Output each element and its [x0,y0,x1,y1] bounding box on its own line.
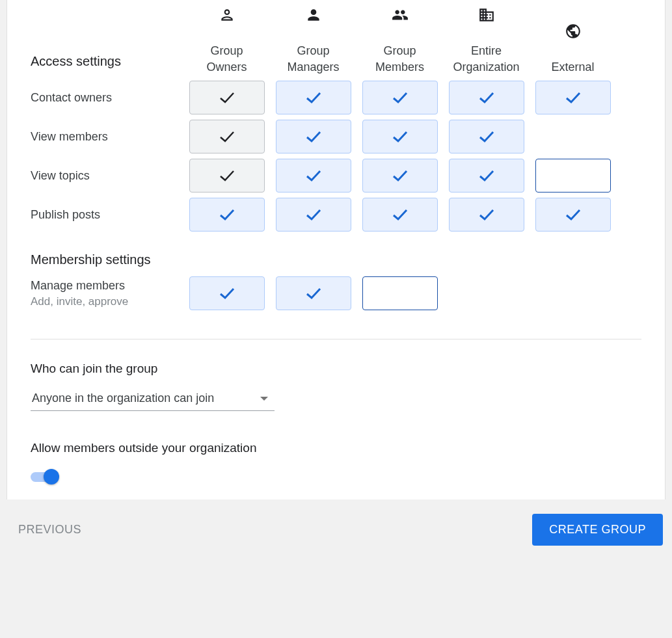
matrix-cell-col [270,81,356,114]
matrix-cell[interactable] [449,198,524,232]
row-label: Manage members [31,279,183,293]
column-external: External [530,23,616,75]
who-can-join-title: Who can join the group [31,362,641,376]
organization-icon [478,7,495,26]
matrix-cell-col [270,159,356,193]
matrix-row-label: Publish posts [31,208,183,222]
previous-button[interactable]: PREVIOUS [9,516,90,543]
select-value: Anyone in the organization can join [32,392,260,405]
matrix-cell[interactable] [276,198,351,232]
matrix-cell[interactable] [535,81,611,114]
column-label: Group Members [375,43,424,75]
matrix-cell-col [443,81,530,114]
matrix-row: Manage membersAdd, invite, approve [31,274,641,313]
row-label: Contact owners [31,91,183,105]
create-group-button[interactable]: CREATE GROUP [532,514,663,546]
matrix-cell[interactable] [362,198,438,232]
matrix-row: Contact owners [31,78,641,117]
matrix-cell-col [183,81,270,114]
matrix-cell[interactable] [276,276,351,310]
matrix-cell-col [356,276,443,310]
column-managers: Group Managers [270,7,356,75]
person-icon [305,7,322,26]
section-divider [31,339,641,339]
matrix-row-label: View topics [31,169,183,183]
matrix-column-headers: Access settings Group Owners Group Manag… [31,0,641,78]
person-outline-icon [219,7,235,26]
matrix-cell-col [183,276,270,310]
matrix-cell [189,120,265,153]
matrix-cell-col [270,198,356,232]
matrix-cell[interactable] [362,276,438,310]
matrix-row-label: Contact owners [31,91,183,105]
row-label: Publish posts [31,208,183,222]
matrix-cell-col [443,198,530,232]
column-label: Group Managers [287,43,339,75]
matrix-cell[interactable] [449,159,524,193]
matrix-cell-col [443,120,530,153]
settings-panel: Access settings Group Owners Group Manag… [7,0,665,499]
matrix-cell[interactable] [535,159,611,193]
footer-bar: PREVIOUS CREATE GROUP [0,499,672,560]
matrix-cell[interactable] [276,81,351,114]
column-label: Entire Organization [453,43,519,75]
matrix-cell [189,159,265,193]
allow-external-toggle[interactable] [31,467,59,486]
who-can-join-select[interactable]: Anyone in the organization can join [31,388,275,411]
row-label: View members [31,130,183,144]
matrix-row: Publish posts [31,195,641,234]
matrix-cell[interactable] [535,198,611,232]
matrix-cell-col [356,120,443,153]
matrix-cell [189,81,265,114]
membership-settings-title: Membership settings [31,234,641,274]
matrix-cell[interactable] [189,198,265,232]
matrix-cell[interactable] [189,276,265,310]
matrix-cell-col [270,120,356,153]
matrix-cell[interactable] [362,120,438,153]
matrix-row-label: Manage membersAdd, invite, approve [31,279,183,308]
matrix-cell-col [183,159,270,193]
access-settings-title: Access settings [31,45,183,75]
row-sublabel: Add, invite, approve [31,295,183,308]
matrix-cell[interactable] [449,120,524,153]
matrix-cell[interactable] [362,81,438,114]
row-label: View topics [31,169,183,183]
matrix-cell[interactable] [276,120,351,153]
matrix-cell[interactable] [362,159,438,193]
matrix-cell-col [183,198,270,232]
globe-icon [565,23,582,42]
column-members: Group Members [356,7,443,75]
matrix-cell-col [270,276,356,310]
matrix-cell[interactable] [449,81,524,114]
matrix-cell-col [530,81,616,114]
matrix-cell-col [530,198,616,232]
matrix-cell-col [356,198,443,232]
caret-down-icon [260,397,268,401]
matrix-row: View topics [31,156,641,195]
matrix-cell-col [530,159,616,193]
people-icon [392,7,409,26]
column-owners: Group Owners [183,7,270,75]
column-label: External [551,59,594,75]
matrix-cell-col [356,159,443,193]
matrix-row: View members [31,117,641,156]
matrix-cell-col [356,81,443,114]
column-organization: Entire Organization [443,7,530,75]
matrix-cell-col [443,159,530,193]
matrix-cell[interactable] [276,159,351,193]
matrix-row-label: View members [31,130,183,144]
matrix-cell-col [183,120,270,153]
allow-external-title: Allow members outside your organization [31,441,641,455]
column-label: Group Owners [206,43,247,75]
